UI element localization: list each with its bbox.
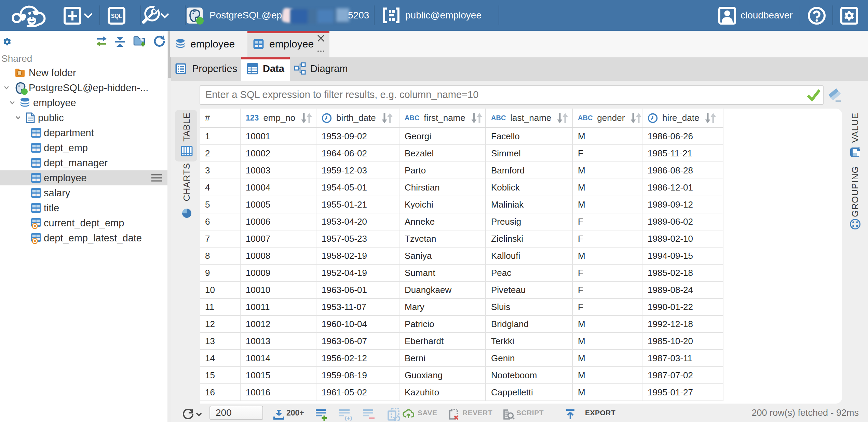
svg-text:SQL: SQL — [111, 12, 122, 19]
svg-text:(+): (+) — [345, 415, 352, 421]
